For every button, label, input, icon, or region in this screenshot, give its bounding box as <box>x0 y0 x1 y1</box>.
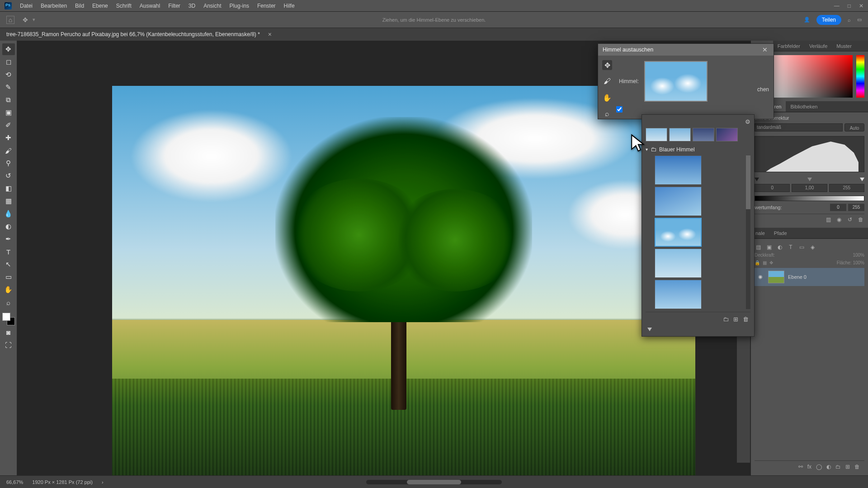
visibility-icon[interactable]: ◉ <box>758 274 764 280</box>
pen-tool[interactable]: ✒ <box>2 233 15 245</box>
menu-3d[interactable]: 3D <box>189 3 195 9</box>
layer-filter-icon[interactable]: ▤ <box>755 244 762 251</box>
reset-icon[interactable]: ↺ <box>846 216 854 223</box>
tab-verlaufe[interactable]: Verläufe <box>805 41 832 51</box>
minimize-icon[interactable]: — <box>834 3 840 9</box>
layer-row[interactable]: ◉ Ebene 0 <box>755 268 864 286</box>
layer-filter-adj-icon[interactable]: ◐ <box>776 244 783 251</box>
dlg-move-icon[interactable]: ✥ <box>602 60 612 70</box>
zoom-level[interactable]: 66,67% <box>6 479 23 485</box>
dialog-titlebar[interactable]: Himmel austauschen ✕ <box>598 44 774 56</box>
lock-pixels-icon[interactable]: ▦ <box>763 260 767 265</box>
document-tab[interactable]: tree-7186835_Ramon Perucho auf Pixabay.j… <box>6 31 272 38</box>
dlg-hand-icon[interactable]: ✋ <box>602 93 612 103</box>
color-swatches[interactable] <box>2 313 15 325</box>
preset-item-2[interactable] <box>655 187 702 216</box>
tab-pfade[interactable]: Pfade <box>769 228 792 238</box>
preset-list[interactable] <box>646 155 750 309</box>
dlg-brush-icon[interactable]: 🖌 <box>602 76 612 86</box>
layer-filter-type-icon[interactable]: T <box>787 244 794 251</box>
preset-dropdown[interactable]: tandardmäß <box>755 123 843 131</box>
horizontal-scrollbar[interactable] <box>366 480 502 484</box>
lock-icon[interactable]: 🔒 <box>755 260 760 265</box>
recent-preset-3[interactable] <box>693 128 714 141</box>
level-black-input[interactable]: 0 <box>755 184 790 192</box>
output-min[interactable]: 0 <box>830 204 846 211</box>
tab-bibliotheken[interactable]: Bibliotheken <box>786 101 822 112</box>
preset-scrollbar[interactable] <box>746 155 750 309</box>
menu-filter[interactable]: Filter <box>168 3 180 9</box>
preset-import-icon[interactable]: 🗀 <box>723 316 729 323</box>
history-brush-tool[interactable]: ↺ <box>2 170 15 182</box>
opacity-value[interactable]: 100% <box>853 253 864 258</box>
recent-preset-4[interactable] <box>716 128 738 141</box>
layer-filter-smart-icon[interactable]: ◈ <box>809 244 816 251</box>
output-gradient[interactable] <box>755 196 864 201</box>
share-button[interactable]: Teilen <box>816 15 841 25</box>
path-tool[interactable]: ↖ <box>2 258 15 270</box>
stamp-tool[interactable]: ⚲ <box>2 157 15 169</box>
home-button[interactable] <box>6 16 14 24</box>
foreground-color[interactable] <box>2 313 10 321</box>
menu-ansicht[interactable]: Ansicht <box>203 3 221 9</box>
layer-filter-image-icon[interactable]: ▣ <box>765 244 773 251</box>
group-icon[interactable]: 🗀 <box>835 464 841 470</box>
preset-delete-icon[interactable]: 🗑 <box>743 316 749 323</box>
close-window-icon[interactable]: ✕ <box>859 3 863 9</box>
level-gamma-input[interactable]: 1,00 <box>792 184 827 192</box>
menu-ebene[interactable]: Ebene <box>92 3 108 9</box>
quickmask-tool[interactable]: ◙ <box>2 326 15 338</box>
tab-muster[interactable]: Muster <box>832 41 856 51</box>
delete-layer-icon[interactable]: 🗑 <box>854 464 860 470</box>
blur-tool[interactable]: 💧 <box>2 208 15 220</box>
dlg-zoom-icon[interactable]: ⌕ <box>602 109 612 119</box>
fx-icon[interactable]: fx <box>807 464 811 470</box>
hand-tool[interactable]: ✋ <box>2 284 15 296</box>
preset-new-icon[interactable]: ⊞ <box>733 316 738 323</box>
new-layer-icon[interactable]: ⊞ <box>845 464 850 470</box>
preset-group-header[interactable]: ▾ 🗀 Blauer Himmel <box>646 146 750 153</box>
shape-tool[interactable]: ▭ <box>2 271 15 283</box>
sky-preview-dropdown[interactable] <box>644 61 708 102</box>
quick-select-tool[interactable]: ✎ <box>2 81 15 93</box>
status-chevron-icon[interactable]: › <box>102 479 104 485</box>
output-max[interactable]: 255 <box>848 204 864 211</box>
menu-datei[interactable]: Datei <box>20 3 33 9</box>
move-tool[interactable]: ✥ <box>2 43 15 55</box>
eraser-tool[interactable]: ◧ <box>2 183 15 194</box>
tab-farbfelder[interactable]: Farbfelder <box>773 41 805 51</box>
menu-fenster[interactable]: Fenster <box>257 3 276 9</box>
zoom-tool[interactable]: ⌕ <box>2 296 15 308</box>
recent-preset-1[interactable] <box>646 128 667 141</box>
menu-bild[interactable]: Bild <box>75 3 84 9</box>
layer-name[interactable]: Ebene 0 <box>788 274 807 280</box>
layer-filter-shape-icon[interactable]: ▭ <box>798 244 805 251</box>
delete-adj-icon[interactable]: 🗑 <box>857 216 864 223</box>
preset-gear-icon[interactable]: ⚙ <box>745 118 750 125</box>
view-icon[interactable]: ◉ <box>835 216 843 223</box>
screenmode-tool[interactable]: ⛶ <box>2 339 15 351</box>
brush-tool[interactable]: 🖌 <box>2 145 15 156</box>
cancel-button-peek[interactable]: chen <box>757 86 769 93</box>
workspace-icon[interactable]: ▭ <box>857 17 862 23</box>
link-layers-icon[interactable]: ⚯ <box>798 464 803 470</box>
doc-info[interactable]: 1920 Px × 1281 Px (72 ppi) <box>32 479 93 485</box>
heal-tool[interactable]: ✚ <box>2 132 15 144</box>
marquee-tool[interactable]: ◻ <box>2 56 15 68</box>
preset-item-3-selected[interactable] <box>655 218 702 247</box>
preset-item-1[interactable] <box>655 155 702 185</box>
dodge-tool[interactable]: ◐ <box>2 221 15 232</box>
preset-item-5[interactable] <box>655 280 702 309</box>
eyedropper-tool[interactable]: ✐ <box>2 119 15 131</box>
lasso-tool[interactable]: ⟲ <box>2 69 15 80</box>
clip-icon[interactable]: ▥ <box>825 216 832 223</box>
maximize-icon[interactable]: □ <box>848 3 851 9</box>
document-canvas[interactable] <box>112 86 695 475</box>
adj-layer-icon[interactable]: ◐ <box>826 464 831 470</box>
preview-checkbox[interactable] <box>616 106 623 113</box>
input-sliders[interactable] <box>755 175 864 181</box>
close-tab-icon[interactable]: × <box>268 31 272 38</box>
preset-item-4[interactable] <box>655 249 702 278</box>
mask-icon[interactable]: ◯ <box>816 464 822 470</box>
close-dialog-icon[interactable]: ✕ <box>761 46 769 54</box>
